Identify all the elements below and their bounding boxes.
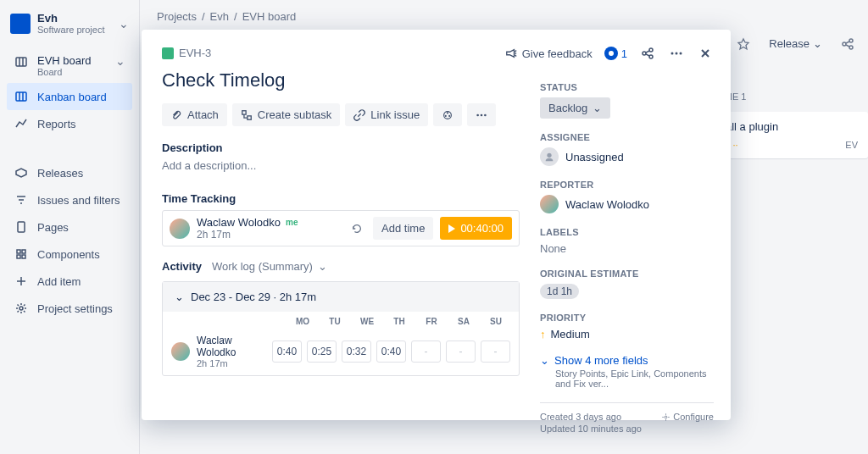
configure-label: Configure [673, 412, 714, 422]
breadcrumb-item[interactable]: EVH board [242, 10, 297, 23]
me-badge: me [286, 218, 298, 227]
estimate-badge[interactable]: 1d 1h [540, 284, 579, 299]
refresh-icon[interactable] [348, 219, 366, 238]
priority-label: PRIORITY [540, 313, 714, 323]
day-cell[interactable]: 0:25 [307, 340, 337, 363]
worklog-user-name: Waclaw Wolodko [197, 335, 267, 358]
share-icon[interactable] [639, 45, 656, 62]
reporter-field[interactable]: Waclaw Wolodko [540, 195, 714, 213]
svg-point-28 [671, 53, 674, 55]
apps-icon [442, 109, 453, 121]
show-more-fields-button[interactable]: ⌄ Show 4 more fields [540, 354, 714, 367]
sidebar-item-label: Pages [37, 221, 69, 234]
apps-button[interactable] [433, 103, 462, 126]
day-header: FR [417, 317, 446, 326]
sidebar-item-label: Releases [37, 167, 83, 180]
svg-point-24 [649, 48, 653, 52]
sidebar-item-reports[interactable]: Reports [7, 110, 132, 137]
breadcrumb-item[interactable]: Evh [210, 10, 229, 23]
day-cell[interactable]: 0:40 [376, 340, 406, 363]
breadcrumb-item[interactable]: Projects [157, 10, 197, 23]
timer-value: 00:40:00 [460, 222, 504, 235]
add-time-button[interactable]: Add time [373, 217, 433, 240]
sidebar-item-releases[interactable]: Releases [7, 159, 132, 186]
svg-line-27 [646, 54, 649, 56]
day-cell[interactable]: - [411, 340, 441, 363]
worklog-summary-row[interactable]: ⌄ Dec 23 - Dec 29 · 2h 17m [163, 282, 519, 312]
subtask-label: Create subtask [258, 108, 331, 121]
megaphone-icon [505, 47, 517, 59]
chevron-down-icon: ⌄ [175, 291, 184, 303]
create-subtask-button[interactable]: Create subtask [232, 103, 340, 126]
card-title: all a plugin [726, 120, 858, 133]
ship-icon [14, 165, 29, 180]
release-button[interactable]: Release ⌄ [760, 32, 831, 55]
status-value: Backlog [548, 102, 587, 114]
more-icon [476, 109, 487, 121]
card[interactable]: all a plugin ↑ ·· EV [715, 112, 868, 158]
worklog-range: Dec 23 - Dec 29 · 2h 17m [191, 291, 316, 303]
priority-field[interactable]: ↑ Medium [540, 328, 714, 340]
svg-point-18 [843, 42, 846, 46]
svg-point-19 [849, 39, 853, 42]
attach-button[interactable]: Attach [162, 103, 227, 126]
issue-key-text: EVH-3 [179, 47, 211, 59]
day-cell[interactable]: 0:40 [272, 340, 302, 363]
give-feedback-button[interactable]: Give feedback [505, 47, 593, 60]
link-issue-button[interactable]: Link issue [345, 103, 428, 126]
component-icon [14, 246, 29, 262]
filter-icon [14, 192, 29, 208]
created-timestamp: Created 3 days ago [540, 412, 642, 422]
time-tracking-row: Waclaw Wolodko me 2h 17m Add time 00:40:… [162, 210, 520, 246]
day-cell[interactable]: - [446, 340, 476, 363]
chevron-down-icon: ⌄ [119, 17, 129, 30]
labels-field[interactable]: None [540, 242, 714, 255]
share-icon[interactable] [841, 37, 854, 51]
sidebar-item-board[interactable]: EVH board Board ⌄ [7, 48, 132, 83]
sidebar-board-label: EVH board [37, 54, 107, 67]
activity-filter-dropdown[interactable]: Work log (Summary) ⌄ [212, 260, 327, 273]
feedback-label: Give feedback [522, 47, 593, 60]
release-label: Release [769, 37, 810, 50]
day-header: SA [449, 317, 478, 326]
svg-point-36 [448, 112, 448, 113]
day-header: TH [385, 317, 414, 326]
sidebar-item-label: Reports [37, 118, 76, 130]
svg-marker-17 [738, 39, 748, 49]
column-header: NE 1 [715, 85, 868, 108]
more-actions-button[interactable] [467, 103, 496, 126]
sidebar-item-kanban[interactable]: Kanban board [7, 83, 132, 110]
unassigned-avatar-icon [540, 147, 559, 166]
close-icon[interactable] [697, 45, 714, 62]
assignee-field[interactable]: Unassigned [540, 147, 714, 166]
sidebar-item-add[interactable]: Add item [7, 268, 132, 295]
sidebar-item-pages[interactable]: Pages [7, 213, 132, 241]
activity-filter-label: Work log (Summary) [212, 260, 313, 273]
sidebar-item-components[interactable]: Components [7, 241, 132, 268]
description-field[interactable]: Add a description... [162, 159, 520, 172]
watch-button[interactable]: 1 [604, 47, 627, 60]
day-cell[interactable]: 0:32 [342, 340, 371, 363]
day-cell[interactable]: - [481, 340, 510, 363]
more-icon[interactable] [668, 45, 685, 62]
svg-rect-0 [16, 58, 26, 66]
issue-title[interactable]: Check Timelog [162, 69, 520, 91]
svg-point-23 [643, 52, 646, 55]
status-dropdown[interactable]: Backlog ⌄ [540, 97, 610, 119]
timer-button[interactable]: 00:40:00 [440, 217, 512, 240]
configure-button[interactable]: Configure [661, 412, 714, 422]
star-icon[interactable] [737, 37, 750, 51]
issue-key-link[interactable]: EVH-3 [162, 47, 520, 59]
project-switcher[interactable]: Evh Software project ⌄ [0, 7, 139, 45]
sidebar-item-issues[interactable]: Issues and filters [7, 186, 132, 213]
chevron-down-icon: ⌄ [115, 54, 125, 68]
sidebar-item-settings[interactable]: Project settings [7, 295, 132, 322]
watch-count: 1 [621, 47, 627, 60]
svg-point-42 [547, 153, 551, 158]
sidebar: Evh Software project ⌄ EVH board Board ⌄… [0, 0, 140, 454]
svg-rect-10 [17, 250, 20, 253]
subtask-icon [241, 109, 253, 121]
svg-rect-13 [22, 255, 25, 258]
user-avatar [170, 219, 190, 239]
priority-medium-icon: ↑ [540, 328, 546, 340]
